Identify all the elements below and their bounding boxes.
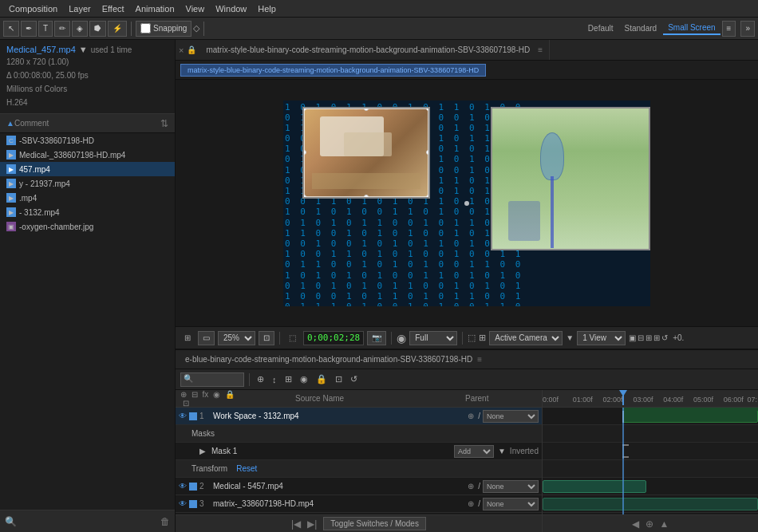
workspace-menu-btn[interactable]: ≡ [722,21,736,37]
comp-name-button[interactable]: matrix-style-blue-binary-code-streaming-… [180,64,486,77]
layer-parent-select[interactable]: None [483,480,539,493]
zoom-select[interactable]: 25% [218,331,255,345]
camera-snap-btn[interactable]: 📷 [367,331,386,345]
list-item[interactable]: C -SBV-338607198-HD [0,133,175,148]
tl-chart-btn[interactable]: ⊡ [333,373,345,385]
list-item[interactable]: ▶ y - 21937.mp4 [0,176,175,191]
menu-item-window[interactable]: Window [210,2,252,15]
navigate-end-btn[interactable]: ▶| [307,518,317,530]
transform-handle-bm[interactable] [364,195,369,199]
mask-row[interactable]: ▶ Mask 1 Add Subtract Intersect ▼ Invert… [176,443,542,460]
layer-row[interactable]: 👁 3 matrix-_338607198-HD.mp4 ⊕ / None [176,495,542,513]
project-trash-icon[interactable]: 🗑 [160,516,170,527]
viewer-preview-btn[interactable]: ▭ [198,331,215,345]
brush-tool-btn[interactable]: ✏ [54,21,70,37]
shape-tool-btn[interactable]: ⭓ [89,21,106,37]
track-row-2[interactable] [543,478,758,495]
track-row-3[interactable] [543,495,758,513]
layer-switch-icon[interactable]: / [478,482,480,491]
tl-lock-btn[interactable]: 🔒 [314,373,330,385]
timecode-display[interactable]: 0;00;02;28 [303,331,364,345]
layer-visibility-icon[interactable]: 👁 [179,499,187,508]
layer-switch-icon[interactable]: / [478,412,480,420]
snapping-checkbox[interactable]: Snapping [136,21,191,37]
list-item[interactable]: ▶ Medical-_338607198-HD.mp4 [0,148,175,162]
track-nav-left-icon[interactable]: ◀ [632,518,639,530]
transform-handle-bl[interactable] [302,195,306,199]
transform-handle-tm[interactable] [364,107,369,111]
transform-handle-mr[interactable] [426,150,430,155]
pen-tool-btn[interactable]: ✒ [21,21,37,37]
mask-expand-icon[interactable]: ▶ [199,447,206,455]
workspace-default-btn[interactable]: Default [583,22,618,34]
workspace-standard-btn[interactable]: Standard [620,22,662,34]
track-clip-3[interactable] [543,498,758,510]
puppet-tool-btn[interactable]: ⚡ [108,21,127,37]
timeline-tab-menu-icon[interactable]: ≡ [477,355,482,364]
tl-search-icon: 🔍 [184,374,193,383]
comp-close-btn[interactable]: × [179,45,184,55]
tl-motion-blur-btn[interactable]: ◉ [298,373,310,385]
layer-row[interactable]: 👁 1 Work Space - 3132.mp4 ⊕ / None [176,408,542,425]
selection-tool-btn[interactable]: ↖ [3,21,19,37]
toolbar-expand-btn[interactable]: » [740,21,755,37]
menu-item-help[interactable]: Help [252,2,282,15]
layer-parent-select[interactable]: None [483,498,539,510]
layer-panel: ⊕ ⊟ fx ◉ 🔒 ⊡ Source Name Parent [176,390,543,532]
track-clip-2[interactable] [543,480,646,493]
text-tool-btn[interactable]: T [38,21,53,37]
tl-solo-btn[interactable]: ⊕ [255,373,266,385]
ruler-inner: 0:00f 01:00f 02:00f 03:00f 04:00f 05:00f… [543,390,758,405]
menu-item-composition[interactable]: Composition [3,2,63,15]
track-rows [543,408,758,514]
layer-solo-icon[interactable]: ⊕ [468,412,474,420]
layer-visibility-icon[interactable]: 👁 [179,482,187,491]
mask-mode-dropdown[interactable]: ▼ [498,447,506,455]
view-layout-select[interactable]: 1 View 2 Views 4 Views [577,331,626,345]
layer-parent-select[interactable]: None [483,410,539,423]
transform-handle-tr[interactable] [426,107,430,111]
track-nav-right-icon[interactable]: ▲ [660,518,669,530]
menu-item-animation[interactable]: Animation [130,2,180,15]
medical-surface [312,173,420,189]
sort-up-icon[interactable]: ▲ [6,119,14,128]
tl-draft-btn[interactable]: ↺ [348,373,360,385]
comp-tab[interactable]: matrix-style-blue-binary-code-streaming-… [199,40,550,60]
zoom-fit-btn[interactable]: ⊡ [259,331,274,345]
track-nav-center-icon[interactable]: ⊕ [645,518,653,530]
layer-solo-icon[interactable]: ⊕ [468,499,474,508]
clone-tool-btn[interactable]: ◈ [72,21,88,37]
menu-item-layer[interactable]: Layer [63,2,97,15]
transform-reset-btn[interactable]: Reset [236,464,257,473]
layer-switch-icon[interactable]: / [478,499,480,508]
list-item[interactable]: ▶ 457.mp4 [0,162,175,176]
source-dropdown-icon[interactable]: ▼ [79,45,88,54]
menu-item-view[interactable]: View [180,2,211,15]
layer-row[interactable]: 👁 2 Medical - 5457.mp4 ⊕ / None [176,478,542,495]
toggle-switches-modes-btn[interactable]: Toggle Switches / Modes [323,517,426,530]
playhead-line[interactable] [622,390,624,405]
ruler-mark-0: 0:00f [543,396,559,404]
quality-select[interactable]: Full Half Third Quarter [409,331,457,345]
layer-solo-icon[interactable]: ⊕ [468,482,474,491]
track-clip-1[interactable] [622,410,758,423]
list-item[interactable]: ▶ .mp4 [0,191,175,205]
list-item[interactable]: ▣ -oxygen-chamber.jpg [0,219,175,234]
active-camera-select[interactable]: Active Camera Camera 1 Front Top [489,331,563,345]
timeline-tab[interactable]: e-blue-binary-code-streaming-motion-back… [179,350,488,368]
menu-item-effect[interactable]: Effect [97,2,130,15]
region-icon: ⬚ [468,333,476,343]
tl-shy-btn[interactable]: ↕ [270,374,279,385]
mask-mode-select[interactable]: Add Subtract Intersect [454,445,494,458]
comp-tab-menu-icon[interactable]: ≡ [538,45,543,54]
project-search-icon[interactable]: 🔍 [5,516,17,527]
tl-frame-blend-btn[interactable]: ⊞ [282,373,294,385]
list-item[interactable]: ▶ - 3132.mp4 [0,205,175,219]
project-sort-icon[interactable]: ⇅ [160,118,168,129]
camera-dropdown-icon[interactable]: ▼ [566,333,574,342]
transform-handle-tl[interactable] [302,107,306,111]
transform-handle-br[interactable] [426,195,430,199]
navigate-start-btn[interactable]: |◀ [291,518,301,530]
layer-visibility-icon[interactable]: 👁 [179,412,187,420]
workspace-small-screen-btn[interactable]: Small Screen [663,22,720,35]
